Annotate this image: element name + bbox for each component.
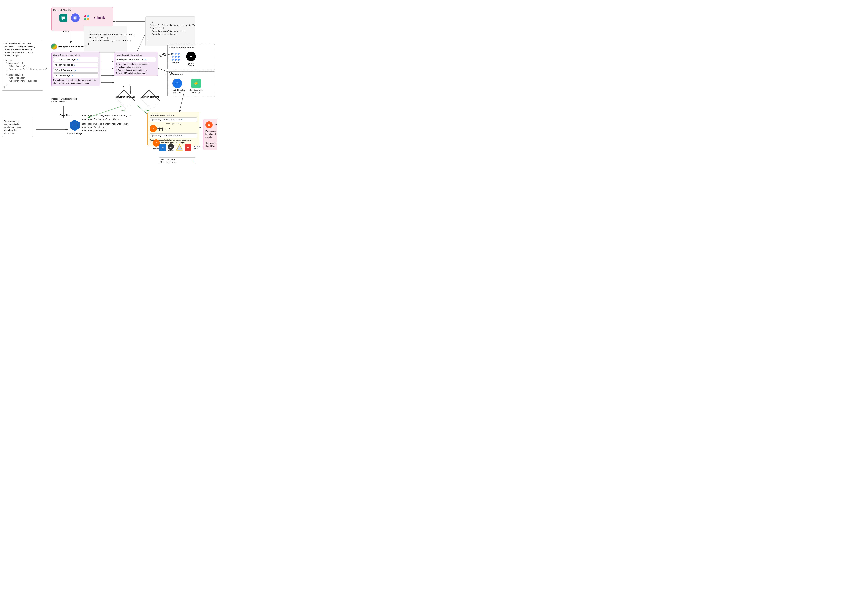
diamond-saveurl-container: !saveurl command [139,92,162,108]
cloud-storage-icon [70,120,80,131]
endpoint-load-chunk[interactable]: /pubsub/load_and_chunk » [149,133,197,138]
external-chat-title: External Chat UX [53,9,111,11]
config-code: config:{ "namespace1":{ "llm":"vertex", … [4,59,41,89]
left-note-text: Add new LLMs and vectorstore destination… [4,42,41,57]
unstructured-api-title: Unstructured API [214,123,217,126]
github-icon: ⎇ [168,143,174,150]
endpoint-discord[interactable]: /discord/message » [53,57,98,62]
endpoint-slack[interactable]: /slack/message » [53,68,98,72]
diamond-saveurl-shape [140,90,160,109]
brain-files-list: namespace1/2023/06/01/0411_chathistory.t… [82,114,132,133]
svg-point-41 [175,56,177,58]
supabase-label: Supabase withpgvector [189,89,202,93]
cloud-storage-label: Cloud Storage [67,132,82,135]
langchain-step2: 2. Find context in vectorstore [116,65,156,68]
json-response-content: { "answer": "With microservices on GCP",… [147,21,195,41]
parallel-label: Parrallel processing [149,123,197,125]
file-types-2: .py .R [193,148,204,151]
json-request-content: { "question": "How do I make an LLM bot?… [86,31,136,48]
chevrons-qna: » [145,58,146,61]
github-file: ⎇ GitHub [168,143,174,152]
brain-file-2: namespace1/upload_me/big_file.pdf [82,117,132,121]
diamond-savechat-shape [115,90,135,109]
gcp-section: Google Cloud Platform [51,43,84,50]
llm-models: Vertexai ✦ AzureOpenAI [170,50,213,68]
file-types-row: W ⎇ GitHub .txt .txt .html .md .py .R [159,143,204,152]
chevrons-gchat: » [74,63,76,66]
pubsub-icon-2: P [152,139,160,147]
endpoint-qna-label: qna/question_service [117,58,143,61]
endpoint-gchat[interactable]: /gchat/message » [53,62,98,67]
endpoint-chunk-store-label: /pubsub/chunk_to_store [151,118,180,121]
chevrons-chunk: » [181,118,183,121]
gcp-icon [51,43,57,50]
endpoint-qna[interactable]: qna/question_service » [116,57,156,62]
endpoint-etc-label: /etc/message [55,74,70,77]
svg-rect-50 [73,124,77,124]
openai-icon: ✦ [186,52,196,61]
yes-saveurl: Yes [145,109,149,112]
endpoint-load-chunk-label: /pubsub/load_and_chunk [151,134,180,137]
chevrons-slack: » [74,69,76,72]
pubsub-icon-1: P [149,125,157,132]
svg-point-37 [172,53,174,55]
endpoint-gchat-label: /gchat/message [55,63,73,66]
llm-title: Large Language Models [170,46,213,49]
step2-label: 2. [165,74,167,77]
langchain-title: Langchain Orchestration [116,54,156,56]
self-hosted-btn[interactable]: Self hosted Unstructured » [159,157,196,164]
brain-files-label: Brain files [60,114,70,116]
cloud-storage-container: Cloud Storage [67,120,82,135]
svg-rect-33 [87,15,89,17]
langchain-step4: 4. Send LLM reply back to source [116,71,156,74]
drive-icon [176,144,183,151]
pubsub-bottom: P Pubsub [152,139,160,149]
supabase-icon: ⚡ [191,79,201,88]
chevrons-load: » [181,134,183,137]
svg-point-47 [176,83,179,84]
brain-file-1: namespace1/2023/06/01/0411_chathistory.t… [82,114,132,117]
diamond-saveurl-label: !saveurl command [139,96,162,98]
vertexai-model: Vertexai [170,50,182,68]
cloud-run-note: Each channel has endpoint that parses da… [53,79,98,85]
json-request: { "question": "How do I make an LLM bot?… [84,26,127,53]
json-response: { "answer": "With microservices on GCP",… [145,16,195,46]
http-label: HTTP [63,30,69,33]
discord-icon: d [71,13,80,22]
svg-text:d: d [74,16,77,20]
step3-label: 3. [165,53,167,56]
github-label: GitHub [168,150,174,152]
yes-savechat: Yes [121,109,125,112]
unstructured-api-box: U Unstructured API Parses documents into… [203,119,217,150]
slack-icon [83,14,90,21]
txt-icon: .txt [185,144,191,151]
slack-text-label: slack [94,15,105,20]
pubsub-label-1: Pubsub [164,128,170,130]
chevrons-etc: » [71,74,73,77]
endpoint-slack-label: /slack/message [55,69,73,71]
langchain-steps: 1. Parse question, lookup namespace 2. F… [116,62,156,74]
svg-point-42 [178,56,180,58]
word-icon: W [159,144,166,151]
svg-rect-32 [84,15,86,17]
pubsub-label-2: Pubsub [153,148,159,149]
endpoint-etc[interactable]: /etc/message » [53,73,98,78]
pubsub-row: P Pubsub [149,125,197,132]
llm-section: Large Language Models Vertexai [167,44,215,70]
gcp-label: Google Cloud Platform [58,45,84,48]
unstructured-header: U Unstructured API [205,121,217,128]
endpoint-chunk-store[interactable]: /pubsub/chunk_to_store » [149,117,197,122]
txt-file: .txt [185,144,191,151]
supabase-model: ⚡ Supabase withpgvector [188,77,204,94]
diagram-container: Add new LLMs and vectorstore destination… [0,0,217,179]
svg-marker-52 [176,145,182,150]
cloudsql-model: CloudSQL withpgvector [170,77,185,94]
file-types-1: .txt .html .md [193,145,204,148]
langchain-step1: 1. Parse question, lookup namespace [116,62,156,65]
cloud-run-title: Cloud Run micro-services [53,54,98,56]
self-hosted-label: Self hosted Unstructured [160,158,192,163]
cloudsql-label: CloudSQL withpgvector [171,89,184,93]
unstructured-api-note: Parses documents into langchain Document… [205,130,217,148]
svg-point-40 [172,56,174,58]
vertexai-label: Vertexai [172,62,179,64]
